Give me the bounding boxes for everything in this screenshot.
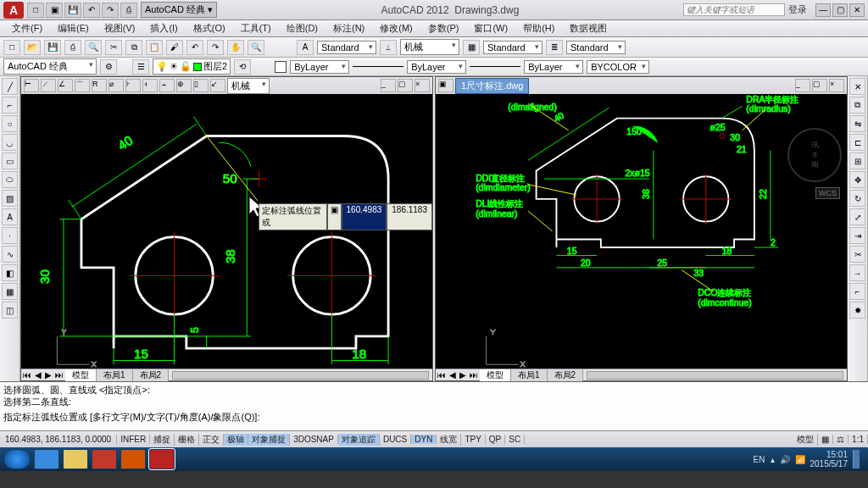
stretch-icon[interactable]: ⇥ bbox=[849, 227, 865, 244]
line-icon[interactable]: ╱ bbox=[2, 78, 18, 95]
match-icon[interactable]: 🖌 bbox=[166, 40, 183, 55]
text-icon[interactable]: A bbox=[2, 208, 18, 225]
menu-dim[interactable]: 标注(N) bbox=[326, 20, 371, 36]
toggle-qp[interactable]: QP bbox=[486, 435, 505, 444]
layer-props-icon[interactable]: ☰ bbox=[132, 59, 149, 75]
menu-edit[interactable]: 编辑(E) bbox=[51, 20, 96, 36]
toggle-snap[interactable]: 捕捉 bbox=[150, 434, 175, 446]
point-icon[interactable]: · bbox=[2, 227, 18, 244]
ellipse-icon[interactable]: ⬭ bbox=[2, 171, 18, 188]
vp1-canvas[interactable]: 40 30 15 18 38 5 bbox=[21, 94, 432, 369]
mirror-icon[interactable]: ⇋ bbox=[849, 115, 865, 132]
color-drop[interactable]: ByLayer bbox=[290, 60, 349, 74]
vp2-tab-model[interactable]: 模型 bbox=[480, 369, 511, 381]
save-icon[interactable]: 💾 bbox=[44, 40, 61, 55]
task-app1-icon[interactable] bbox=[120, 449, 146, 469]
close-icon[interactable]: ✕ bbox=[849, 3, 865, 17]
array-icon[interactable]: ⊞ bbox=[849, 152, 865, 169]
textstyle-icon[interactable]: A bbox=[297, 40, 314, 55]
menu-insert[interactable]: 插入(I) bbox=[143, 20, 184, 36]
vp2-canvas[interactable]: (dimaligned) DRA半径标注 (dimradius) DDI直径标注… bbox=[436, 94, 847, 369]
preview-icon[interactable]: 🔍 bbox=[85, 40, 102, 55]
task-qq-icon[interactable] bbox=[92, 449, 117, 469]
viewcube-widget[interactable]: 讯东南 bbox=[787, 128, 842, 182]
dimcen-icon[interactable]: ⊕ bbox=[176, 79, 192, 92]
toggle-otrack[interactable]: 对象追踪 bbox=[338, 434, 380, 446]
vp2-tab-layout1[interactable]: 布局1 bbox=[511, 369, 548, 381]
tray-lang[interactable]: EN bbox=[754, 455, 765, 464]
region-icon[interactable]: ◧ bbox=[2, 264, 18, 281]
maximize-icon[interactable]: ▢ bbox=[832, 3, 848, 17]
extend-icon[interactable]: → bbox=[849, 264, 865, 281]
open-icon[interactable]: 📂 bbox=[24, 40, 41, 55]
move-icon[interactable]: ✥ bbox=[849, 171, 865, 188]
vp1-close-icon[interactable]: × bbox=[415, 79, 430, 92]
tablestyle-icon[interactable]: ▦ bbox=[463, 40, 480, 55]
status-scale-icon[interactable]: 1:1 bbox=[849, 435, 868, 444]
cut-icon[interactable]: ✂ bbox=[105, 40, 122, 55]
vp2-close-icon[interactable]: × bbox=[829, 79, 844, 92]
vp2-tab-layout2[interactable]: 布局2 bbox=[548, 369, 584, 381]
dimalign-icon[interactable]: ⟋ bbox=[41, 79, 56, 92]
vp1-tab-next-icon[interactable]: ▶ bbox=[43, 370, 53, 380]
qat-print-icon[interactable]: ⎙ bbox=[120, 3, 137, 18]
rect-icon[interactable]: ▭ bbox=[2, 152, 18, 169]
menu-draw[interactable]: 绘图(D) bbox=[280, 20, 325, 36]
menu-file[interactable]: 文件(F) bbox=[5, 20, 49, 36]
tray-net-icon[interactable]: 📶 bbox=[795, 455, 805, 464]
copy-obj-icon[interactable]: ⧉ bbox=[849, 97, 865, 114]
qat-save-icon[interactable]: 💾 bbox=[64, 3, 81, 18]
ws-settings-icon[interactable]: ⚙ bbox=[100, 59, 117, 75]
toggle-dyn[interactable]: DYN bbox=[411, 435, 437, 444]
dimarc-icon[interactable]: ⌒ bbox=[75, 79, 90, 92]
toggle-grid[interactable]: 栅格 bbox=[175, 434, 199, 446]
qat-open-icon[interactable]: ▣ bbox=[46, 3, 63, 18]
tablestyle-drop[interactable]: Standard bbox=[483, 41, 542, 54]
tray-vol-icon[interactable]: 🔊 bbox=[780, 455, 790, 464]
clock-time[interactable]: 15:01 bbox=[826, 450, 848, 459]
layer-prev-icon[interactable]: ⟲ bbox=[234, 59, 251, 75]
circle-icon[interactable]: ○ bbox=[2, 115, 18, 132]
undo-icon[interactable]: ↶ bbox=[186, 40, 203, 55]
menu-modify[interactable]: 修改(M) bbox=[373, 20, 420, 36]
toggle-sc[interactable]: SC bbox=[505, 435, 525, 444]
spline-icon[interactable]: ∿ bbox=[2, 246, 18, 263]
dimord-icon[interactable]: ⊦ bbox=[125, 79, 141, 92]
leader-icon[interactable]: ↙ bbox=[210, 79, 225, 92]
vp2-min-icon[interactable]: _ bbox=[795, 79, 810, 92]
menu-format[interactable]: 格式(O) bbox=[186, 20, 232, 36]
menu-tools[interactable]: 工具(T) bbox=[234, 20, 278, 36]
vp1-min-icon[interactable]: _ bbox=[381, 79, 396, 92]
menu-window[interactable]: 窗口(W) bbox=[467, 20, 515, 36]
qat-redo-icon[interactable]: ↷ bbox=[102, 3, 119, 18]
tray-flag-icon[interactable]: ▴ bbox=[771, 455, 775, 464]
command-window[interactable]: 选择圆弧、圆、直线或 <指定顶点>: 选择第二条直线: 指定标注弧线位置或 [多… bbox=[0, 381, 868, 430]
toggle-ducs[interactable]: DUCS bbox=[380, 435, 411, 444]
new-icon[interactable]: □ bbox=[3, 40, 20, 55]
status-anno-icon[interactable]: ⚖ bbox=[833, 435, 849, 444]
vp2-hscroll[interactable] bbox=[587, 371, 843, 380]
scale-icon[interactable]: ⤢ bbox=[849, 208, 865, 225]
redo-icon[interactable]: ↷ bbox=[207, 40, 224, 55]
dimlin-icon[interactable]: ⊢ bbox=[24, 79, 39, 92]
status-model[interactable]: 模型 bbox=[793, 434, 818, 446]
mlstyle-drop[interactable]: Standard bbox=[566, 41, 626, 54]
workspace-select[interactable]: AutoCAD 经典 bbox=[3, 58, 97, 75]
task-explorer-icon[interactable] bbox=[63, 449, 88, 469]
pline-icon[interactable]: ⌐ bbox=[2, 97, 18, 114]
vp2-tab-last-icon[interactable]: ⏭ bbox=[468, 370, 480, 380]
trim-icon[interactable]: ✂ bbox=[849, 246, 865, 263]
dimdia-icon[interactable]: ⌀ bbox=[108, 79, 124, 92]
explode-icon[interactable]: ✸ bbox=[849, 302, 865, 319]
app-logo[interactable]: A bbox=[3, 2, 24, 19]
fillet-icon[interactable]: ⌐ bbox=[849, 283, 865, 300]
plot-icon[interactable]: ⎙ bbox=[64, 40, 81, 55]
toggle-tpy[interactable]: TPY bbox=[461, 435, 485, 444]
toggle-lwt[interactable]: 线宽 bbox=[437, 434, 461, 446]
dimbase-icon[interactable]: ⫞ bbox=[142, 79, 158, 92]
vp1-tab-model[interactable]: 模型 bbox=[65, 369, 97, 381]
dimcont-icon[interactable]: ⫠ bbox=[159, 79, 175, 92]
dimstyle-icon[interactable]: ⟂ bbox=[380, 40, 397, 55]
vp2-tab-first-icon[interactable]: ⏮ bbox=[436, 370, 448, 380]
status-grid-icon[interactable]: ▦ bbox=[818, 435, 833, 444]
